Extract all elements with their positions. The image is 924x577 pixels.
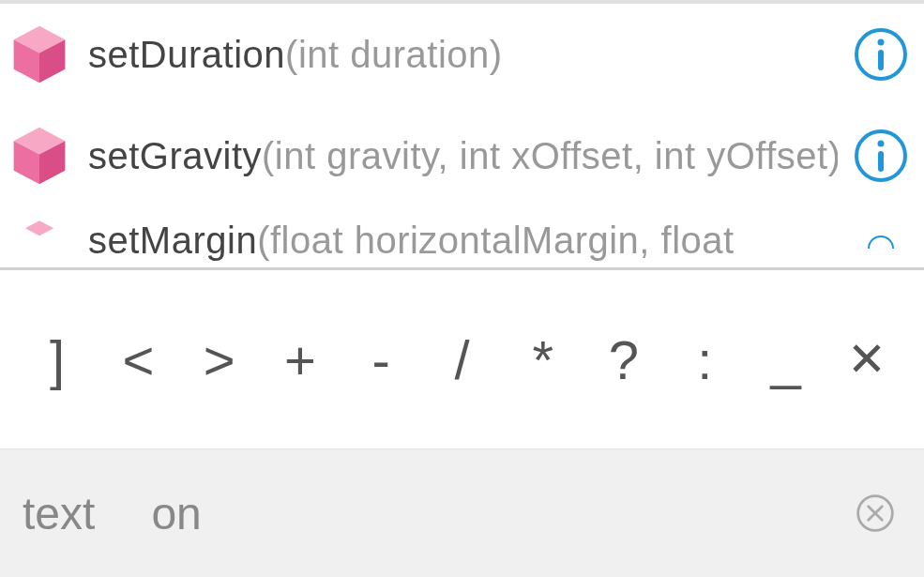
info-icon[interactable] [853, 235, 909, 263]
key-colon[interactable]: : [676, 322, 733, 397]
info-icon[interactable] [853, 128, 909, 184]
method-params: (float horizontalMargin, float [257, 220, 735, 261]
clear-button[interactable] [853, 491, 898, 536]
word-suggestion-bar: text on [0, 448, 924, 577]
method-name: setDuration [88, 34, 285, 75]
info-icon[interactable] [853, 26, 909, 83]
svg-rect-11 [878, 151, 884, 172]
clear-x-icon [855, 493, 896, 534]
word-suggestion[interactable]: on [151, 488, 201, 539]
key-minus[interactable]: - [353, 322, 409, 397]
method-name: setMargin [88, 220, 257, 261]
suggestion-row[interactable]: setGravity(int gravity, int xOffset, int… [0, 105, 924, 206]
svg-point-10 [878, 141, 885, 147]
key-less-than[interactable]: < [110, 322, 166, 397]
key-right-bracket[interactable]: ] [29, 322, 85, 397]
key-close[interactable]: ✕ [839, 322, 895, 397]
symbol-keyboard-row: ] < > + - / * ? : _ ✕ [0, 270, 924, 448]
key-question[interactable]: ? [596, 322, 652, 397]
autocomplete-suggestions: setDuration(int duration) setGravity(int… [0, 4, 924, 267]
cube-icon [6, 122, 73, 190]
cube-icon [6, 218, 73, 255]
svg-marker-12 [25, 220, 53, 235]
method-name: setGravity [88, 135, 262, 176]
method-params: (int gravity, int xOffset, int yOffset) [262, 135, 838, 176]
svg-rect-5 [878, 50, 884, 70]
cube-icon [6, 21, 73, 88]
key-plus[interactable]: + [272, 322, 328, 397]
suggestion-row[interactable]: setMargin(float horizontalMargin, float [0, 206, 924, 263]
key-slash[interactable]: / [433, 322, 490, 397]
suggestion-label: setMargin(float horizontalMargin, float [88, 220, 838, 262]
suggestion-row[interactable]: setDuration(int duration) [0, 4, 924, 105]
key-greater-than[interactable]: > [191, 322, 248, 397]
key-underscore[interactable]: _ [758, 322, 814, 397]
method-params: (int duration) [285, 34, 503, 75]
svg-point-4 [878, 39, 885, 46]
key-asterisk[interactable]: * [515, 322, 571, 397]
suggestion-label: setDuration(int duration) [88, 34, 838, 76]
suggestion-label: setGravity(int gravity, int xOffset, int… [88, 135, 838, 177]
word-suggestion[interactable]: text [23, 488, 95, 539]
